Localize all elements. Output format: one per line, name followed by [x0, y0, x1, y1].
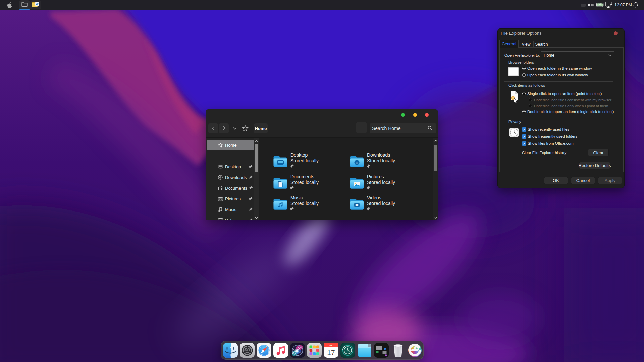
svg-text:JUL: JUL: [329, 344, 333, 347]
svg-text:17: 17: [327, 349, 335, 356]
